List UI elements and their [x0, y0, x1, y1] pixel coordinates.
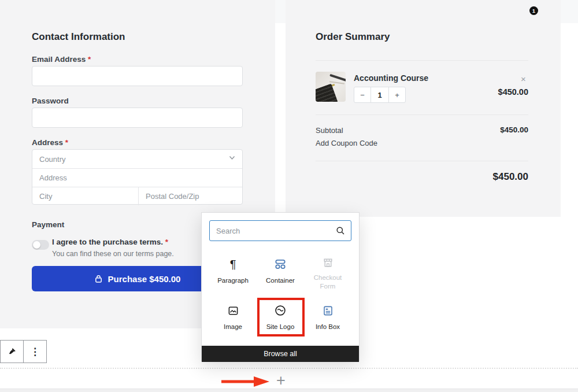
email-label: Email Address * [32, 55, 91, 64]
browse-all-button[interactable]: Browse all [202, 346, 359, 362]
city-cell [32, 187, 138, 205]
block-options-button[interactable]: ⋮ [23, 340, 47, 363]
container-icon [274, 256, 287, 273]
more-options-icon: ⋮ [30, 347, 40, 357]
contact-info-heading: Contact Information [32, 31, 125, 43]
divider [316, 60, 528, 61]
paintbrush-icon [6, 346, 17, 357]
required-asterisk: * [165, 238, 168, 246]
paragraph-icon: ¶ [230, 258, 236, 270]
address-label: Address * [32, 138, 68, 147]
add-coupon-link[interactable]: Add Coupon Code [316, 139, 377, 147]
payment-label: Payment [32, 220, 64, 229]
city-postal-row [32, 187, 242, 205]
cart-count-badge: 1 [529, 6, 538, 15]
terms-note: You can find these on our terms page. [52, 250, 174, 258]
block-item-checkout-form: Checkout Form [304, 253, 351, 290]
chevron-down-icon [229, 156, 235, 160]
info-box-icon [322, 302, 334, 319]
subtotal-value: $450.00 [316, 125, 528, 134]
password-field[interactable] [32, 108, 243, 128]
block-search [209, 220, 351, 241]
block-boundary-dashed-line [0, 368, 578, 369]
block-item-info-box[interactable]: Info Box [304, 299, 351, 336]
divider [316, 161, 528, 161]
postal-cell [138, 187, 242, 205]
block-inserter-popup: ¶ Paragraph Container [201, 212, 360, 361]
address-group: Country [32, 149, 243, 205]
remove-item-icon[interactable]: × [521, 75, 526, 83]
block-item-container[interactable]: Container [257, 253, 304, 290]
purchase-button-label: Purchase $450.00 [108, 274, 181, 284]
order-summary-panel: Order Summary Accounting Course − 1 + × … [286, 0, 561, 217]
block-grid: ¶ Paragraph Container [209, 253, 351, 336]
order-summary-heading: Order Summary [316, 31, 390, 43]
email-field[interactable] [32, 66, 243, 86]
red-arrow-annotation [220, 375, 271, 390]
city-field[interactable] [39, 192, 131, 201]
terms-label: I agree to the purchase terms. * [52, 238, 168, 246]
country-placeholder: Country [39, 155, 66, 164]
block-search-input[interactable] [210, 227, 336, 235]
image-icon [227, 302, 239, 319]
postal-code-field[interactable] [146, 192, 235, 201]
storefront-icon [322, 256, 334, 270]
block-item-site-logo[interactable]: Site Logo [257, 299, 304, 336]
total-value: $450.00 [316, 171, 528, 183]
password-label: Password [32, 97, 69, 105]
search-icon [336, 226, 345, 235]
site-logo-icon [274, 302, 287, 319]
toggle-knob [33, 241, 40, 249]
required-asterisk: * [88, 55, 91, 64]
lock-icon [94, 274, 103, 283]
product-name: Accounting Course [354, 73, 428, 83]
block-toolbar: ⋮ [0, 340, 47, 363]
block-item-image[interactable]: Image [209, 299, 257, 336]
product-thumbnail [316, 72, 346, 102]
add-block-button[interactable]: + [272, 372, 290, 389]
address-line-row [32, 168, 242, 187]
required-asterisk: * [65, 138, 68, 147]
terms-toggle[interactable] [32, 240, 49, 250]
country-select[interactable]: Country [32, 150, 242, 168]
arrow-right-icon [220, 375, 271, 388]
product-price: $450.00 [316, 87, 528, 97]
block-item-paragraph[interactable]: ¶ Paragraph [209, 253, 257, 290]
styles-brush-button[interactable] [0, 340, 24, 363]
bottom-strip [0, 389, 578, 392]
address-line-field[interactable] [39, 173, 235, 182]
divider [316, 114, 528, 115]
